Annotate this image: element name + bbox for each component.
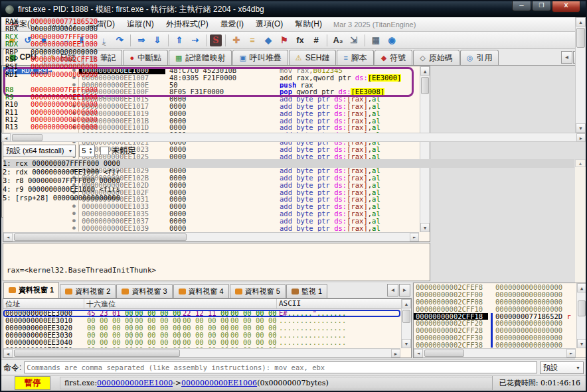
register-marker: <	[102, 40, 106, 48]
chevron-down-icon: ▼	[68, 145, 72, 157]
scroll-right-icon[interactable]: ►	[576, 133, 586, 142]
dump-hscrollbar[interactable]: ◄ ►	[3, 348, 400, 358]
dump-window-icon	[235, 289, 242, 294]
stack-hscrollbar[interactable]: ◄ ►	[414, 348, 576, 358]
registers-vscrollbar[interactable]: ▲ ▼	[575, 17, 586, 133]
scroll-right-icon[interactable]: ►	[391, 349, 400, 358]
scroll-down-icon[interactable]: ▼	[577, 339, 586, 348]
debug-state-badge: 暫停	[15, 376, 50, 390]
dump-ascii: ................	[276, 346, 400, 348]
dump-tab-監視 1[interactable]: 監視 1	[286, 284, 327, 298]
stack-row[interactable]: 00000000002CFF380000000000000000	[414, 342, 576, 348]
stack-panel[interactable]: 00000000002CFEF8000000000000000000000000…	[413, 283, 587, 358]
register-name: RDI	[3, 71, 31, 78]
close-button[interactable]: X	[552, 1, 580, 13]
scroll-left-icon[interactable]: ◄	[3, 349, 13, 358]
scroll-up-icon[interactable]: ▲	[576, 17, 586, 27]
stack-address: 00000000002CFF38	[414, 342, 488, 348]
dump-address: 0000000000EE3050	[3, 346, 84, 348]
argument-row[interactable]: 5: [rsp+28] 0000000000000000	[3, 194, 574, 202]
x64dbg-window: first.exe - PID: 1888 - 模組: first.exe - …	[0, 0, 587, 392]
register-row[interactable]: RDX0000000000EE1000<	[3, 40, 574, 48]
registers-hscrollbar[interactable]: ◄ ►	[1, 133, 586, 142]
scroll-left-icon[interactable]: ◄	[414, 349, 423, 358]
scroll-down-icon[interactable]: ▼	[576, 123, 586, 133]
dump-window-icon	[9, 287, 16, 293]
register-row[interactable]	[3, 78, 574, 86]
calling-convention-select[interactable]: 預設 (x64 fastcall)▼	[3, 145, 76, 157]
address-link-end[interactable]: 0000000000EE1006	[181, 379, 257, 387]
scroll-up-icon[interactable]: ▲	[575, 159, 586, 167]
dump-tab-資料視窗 5[interactable]: 資料視窗 5	[230, 284, 286, 298]
stack-vscrollbar[interactable]: ▲ ▼	[576, 283, 586, 348]
tab-scroll-left-icon[interactable]: ◄	[387, 284, 398, 296]
dump-tab-資料視窗 1[interactable]: 資料視窗 1	[3, 282, 59, 298]
dump-table[interactable]: 位址 十六進位 ASCII 0000000000EE300045 23 01 0…	[3, 298, 412, 358]
dump-hex-group: 00 00 00 00	[132, 346, 180, 348]
spinner-arrows-icon[interactable]: ▲▼	[88, 147, 92, 155]
dump-row[interactable]: 0000000000EE305000 00 00 00 00 00 00 00 …	[3, 346, 400, 348]
dump-ascii-char: .	[342, 339, 346, 346]
register-name: R10	[3, 101, 31, 108]
unlocked-checkbox[interactable]	[100, 147, 109, 155]
dump-tab-label: 資料視窗 4	[189, 287, 224, 296]
window-controls: ─ ❐ X	[511, 1, 580, 13]
dump-vscrollbar[interactable]: ▲ ▼	[401, 299, 411, 348]
stack-comment: r	[562, 313, 571, 320]
dump-ascii-char: .	[342, 310, 346, 317]
dump-tabbar: 資料視窗 1資料視窗 2資料視窗 3資料視窗 4資料視窗 5監視 1◄►	[3, 283, 412, 298]
elapsed-time: 已花費時間: 0:01:46:16	[492, 376, 586, 390]
dump-byte: 00	[112, 346, 125, 348]
register-row[interactable]: RDI0000000000000000	[3, 71, 574, 78]
dump-byte: 00	[135, 346, 147, 348]
dump-byte: 00	[183, 346, 195, 348]
argument-row[interactable]: 3: r8 000000007FFFF000 00000	[3, 176, 574, 185]
argument-row[interactable]: 2: rdx 0000000000EE1000 <fir	[3, 168, 574, 176]
dump-ascii: ................	[276, 324, 400, 332]
dump-byte: 00	[230, 346, 243, 348]
register-value: 0000000000EE1000	[31, 40, 98, 48]
register-marker: <	[102, 94, 106, 101]
dump-tab-label: 資料視窗 5	[245, 287, 280, 296]
dump-ascii-char: .	[342, 324, 346, 332]
window-title: first.exe - PID: 1888 - 模組: first.exe - …	[18, 4, 264, 15]
argument-row[interactable]: 4: r9 0000000000EE1000 <firs	[3, 185, 574, 194]
dump-byte: 00	[243, 346, 256, 348]
dump-tab-資料視窗 2[interactable]: 資料視窗 2	[60, 284, 116, 298]
command-profile-select[interactable]: 預設▼	[540, 361, 584, 374]
scroll-up-icon[interactable]: ▲	[577, 283, 586, 293]
dump-byte: 00	[195, 346, 208, 348]
dump-tab-資料視窗 3[interactable]: 資料視窗 3	[116, 284, 172, 298]
dump-byte: 00	[100, 346, 112, 348]
scroll-up-icon[interactable]: ▲	[402, 299, 411, 308]
info-line-rax: rax=<kernel32.BaseThreadInitThunk>	[7, 265, 426, 275]
scroll-left-icon[interactable]: ◄	[1, 133, 11, 142]
scroll-down-icon[interactable]: ▼	[402, 339, 411, 348]
minimize-button[interactable]: ─	[512, 1, 531, 11]
address-link-start[interactable]: 0000000000EE1000	[97, 379, 173, 387]
command-bar: 命令: 預設▼	[1, 359, 586, 375]
register-row[interactable]: R100000000000000000	[3, 101, 574, 108]
register-list[interactable]: RAX0000000077186520<RBX0000000000000000R…	[3, 18, 574, 132]
register-row[interactable]: R130000000000000000	[3, 123, 574, 131]
argument-row[interactable]: 1: rcx 000000007FFFF000 0000	[3, 159, 574, 168]
tab-scroll-right-icon[interactable]: ►	[399, 284, 410, 296]
dump-byte: 00	[87, 346, 100, 348]
dump-ascii: ................	[276, 339, 400, 346]
command-label: 命令:	[3, 362, 21, 373]
dump-tab-資料視窗 4[interactable]: 資料視窗 4	[173, 284, 229, 298]
dump-byte: 00	[147, 346, 160, 348]
app-icon	[5, 5, 14, 14]
dump-hex-group: 00 00 00 00	[228, 346, 276, 348]
register-name: RDX	[3, 40, 31, 48]
dump-header-ascii: ASCII	[277, 299, 411, 308]
stack-address: 00000000002CFF10	[414, 306, 488, 313]
command-input[interactable]	[24, 361, 537, 373]
scroll-right-icon[interactable]: ►	[566, 349, 576, 358]
stack-row[interactable]: 00000000002CFF100000000000000000	[414, 306, 576, 313]
unlocked-label: 未鎖定	[112, 145, 135, 157]
dump-tab-scroll-buttons: ◄►	[386, 284, 410, 296]
dump-byte: 00	[160, 346, 173, 348]
maximize-button[interactable]: ❐	[532, 1, 551, 11]
argument-count-stepper[interactable]: 5▲▼	[79, 145, 95, 157]
